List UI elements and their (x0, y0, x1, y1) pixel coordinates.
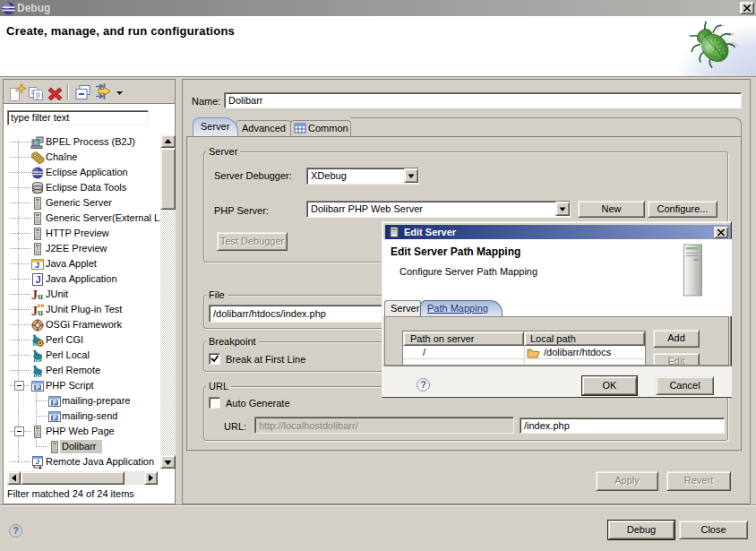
svg-text:J: J (35, 261, 39, 270)
svg-text:P: P (53, 400, 57, 406)
svg-text:J: J (36, 458, 39, 466)
svg-text:P: P (53, 415, 57, 421)
svg-text:u: u (38, 306, 43, 317)
svg-text:J: J (36, 274, 41, 285)
svg-text:P: P (36, 384, 40, 391)
svg-text:J: J (31, 288, 38, 302)
svg-text:J: J (31, 305, 38, 317)
svg-text:u: u (38, 290, 43, 301)
